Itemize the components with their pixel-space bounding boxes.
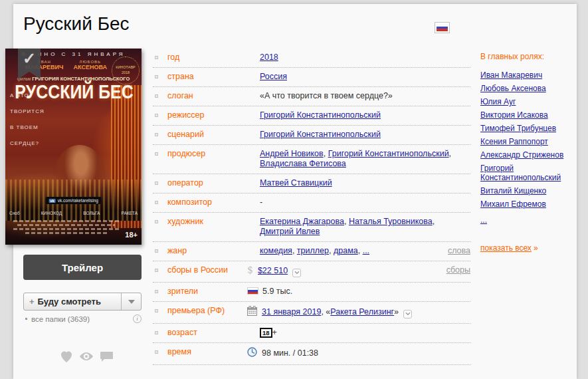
poster-logo: РАКЕТА xyxy=(122,211,138,215)
info-row: странаРоссия xyxy=(153,68,470,87)
russia-flag-stripes xyxy=(437,24,448,31)
dropdown-arrow-button[interactable] xyxy=(121,293,141,310)
info-value-link[interactable]: Григорий Константинопольский xyxy=(260,110,381,120)
movie-poster[interactable]: ✓ В КИНО С 31 ЯНВАРЯ ИВАН МАКАРЕВИЧ ЛЮБО… xyxy=(5,49,142,245)
info-value-link[interactable]: Екатерина Джагарова xyxy=(260,217,344,226)
info-value-text: , xyxy=(329,246,334,255)
info-row-aux-link[interactable]: слова xyxy=(448,246,470,255)
cast-actor-link[interactable]: Юлия Ауг xyxy=(480,97,516,106)
info-value-cell: Андрей Новиков, Григорий Константинополь… xyxy=(247,149,470,169)
info-label-cell: зрители xyxy=(153,287,247,297)
age-rating-badge: 18 xyxy=(260,328,272,338)
info-value-link[interactable]: комедия xyxy=(260,246,292,255)
info-value-link[interactable]: $22 510 xyxy=(258,266,288,275)
clock-icon xyxy=(247,347,257,360)
show-all-actors-link[interactable]: показать всех xyxy=(480,243,532,253)
info-label-cell: жанр xyxy=(153,246,247,256)
info-label: год xyxy=(167,53,179,63)
poster-credits-block xyxy=(13,220,119,236)
info-row: жанркомедия, триллер, драма, ...слова xyxy=(153,242,470,261)
info-value-text: , xyxy=(358,246,363,255)
info-icon[interactable]: i xyxy=(133,315,142,323)
comment-bubble-icon[interactable] xyxy=(98,348,114,364)
info-value-text: » xyxy=(394,307,399,316)
info-label: время xyxy=(167,347,191,357)
vk-icon: vk xyxy=(49,199,56,203)
info-label-cell: сборы в России xyxy=(153,265,247,275)
will-watch-dropdown[interactable]: + Буду смотреть xyxy=(23,293,142,311)
info-row: операторМатвей Ставицкий xyxy=(153,174,470,193)
cast-actor-link[interactable]: Виталий Кищенко xyxy=(480,186,546,195)
cast-more-link[interactable]: ... xyxy=(480,215,487,225)
watched-ribbon: ✓ xyxy=(18,49,41,79)
cast-actor-link[interactable]: Любовь Аксенова xyxy=(480,84,546,93)
info-value-text: - xyxy=(260,197,262,207)
info-row: художникЕкатерина Джагарова, Наталья Тур… xyxy=(153,213,470,242)
info-value-link[interactable]: Владислава Фетисова xyxy=(260,159,346,168)
favorite-heart-icon[interactable] xyxy=(58,348,74,364)
info-value-link[interactable]: драма xyxy=(334,246,358,255)
watched-eye-icon[interactable] xyxy=(78,348,95,364)
folders-label[interactable]: все папки (3639) xyxy=(31,315,90,323)
info-value-link[interactable]: 31 января 2019 xyxy=(262,307,321,316)
info-value-link[interactable]: Григорий Константинопольский xyxy=(260,130,381,139)
square-bullet-icon xyxy=(155,269,158,272)
square-bullet-icon xyxy=(155,152,158,156)
info-value-link[interactable]: ... xyxy=(363,246,369,255)
poster-logo: КИНОХОД xyxy=(41,211,62,215)
square-bullet-icon xyxy=(155,331,158,334)
info-label-cell: оператор xyxy=(153,178,247,188)
cast-actor-link[interactable]: Виктория Исакова xyxy=(480,110,548,120)
poster-star-2: ЛЮБОВЬ АКСЕНОВА xyxy=(74,60,107,70)
cast-actor-link[interactable]: Григорий Константинопольский xyxy=(480,164,577,182)
info-value-cell: $$22 510 xyxy=(247,265,439,277)
info-label: премьера (РФ) xyxy=(167,306,225,316)
movie-info-table: год2018странаРоссияслоган«А что творится… xyxy=(153,49,470,365)
dollar-icon: $ xyxy=(247,265,253,275)
cast-actor-link[interactable]: Михаил Ефремов xyxy=(480,199,546,209)
info-value-link[interactable]: Григорий Константинопольский xyxy=(328,149,449,158)
info-value-link[interactable]: Россия xyxy=(260,72,287,81)
info-label-cell: режиссер xyxy=(153,110,247,120)
poster-logos-row: СнобКИНОХОДВОЛЬГАРАКЕТА xyxy=(9,211,138,215)
info-value-text: , xyxy=(344,217,349,226)
square-bullet-icon xyxy=(155,201,158,204)
info-value-link[interactable]: Ракета Релизинг xyxy=(330,307,394,316)
info-value-link[interactable]: 2018 xyxy=(260,53,278,62)
info-value-cell: Екатерина Джагарова, Наталья Туровникова… xyxy=(247,217,470,237)
info-label: жанр xyxy=(167,246,187,256)
poster-age-rating: 18+ xyxy=(125,231,138,239)
will-watch-label: Буду смотреть xyxy=(38,297,121,307)
info-row-aux-link[interactable]: сборы xyxy=(446,265,470,275)
film-country-flag-icon xyxy=(435,22,450,33)
cast-actor-link[interactable]: Иван Макаревич xyxy=(480,70,542,80)
cast-list: Иван МакаревичЛюбовь АксеноваЮлия АугВик… xyxy=(480,70,577,213)
info-value-link[interactable]: Андрей Новиков xyxy=(260,149,324,158)
info-label-cell: время xyxy=(153,347,247,357)
info-row-aux-cell: слова xyxy=(448,246,470,256)
info-value-link[interactable]: Дмитрий Ивлев xyxy=(260,227,320,236)
info-value-cell: комедия, триллер, драма, ... xyxy=(247,246,440,256)
show-all-arrow: » xyxy=(534,243,538,253)
info-row: сборы в России$$22 510сборы xyxy=(153,261,470,283)
expand-toggle-icon[interactable] xyxy=(292,269,301,277)
info-row: композитор- xyxy=(153,193,470,213)
calendar-icon xyxy=(247,306,257,318)
expand-toggle-icon[interactable] xyxy=(403,310,412,318)
square-bullet-icon xyxy=(155,114,158,117)
info-label-cell: композитор xyxy=(153,197,247,207)
info-value-text: + xyxy=(272,328,277,337)
info-label: художник xyxy=(167,217,203,227)
info-value-link[interactable]: триллер xyxy=(297,246,329,255)
cast-actor-link[interactable]: Александр Стриженов xyxy=(480,150,563,160)
cast-actor-link[interactable]: Ксения Раппопорт xyxy=(480,137,548,146)
info-value-link[interactable]: Матвей Ставицкий xyxy=(260,178,332,188)
poster-vk-link-text: vkvk.com/raketarelising xyxy=(45,197,102,204)
info-value-link[interactable]: Наталья Туровникова xyxy=(349,217,433,226)
square-bullet-icon xyxy=(155,56,158,59)
info-label: возраст xyxy=(167,328,197,338)
trailer-button[interactable]: Трейлер xyxy=(23,255,142,280)
cast-actor-link[interactable]: Тимофей Трибунцев xyxy=(480,124,556,133)
info-label: оператор xyxy=(167,178,203,188)
info-value-text: , xyxy=(449,149,451,158)
